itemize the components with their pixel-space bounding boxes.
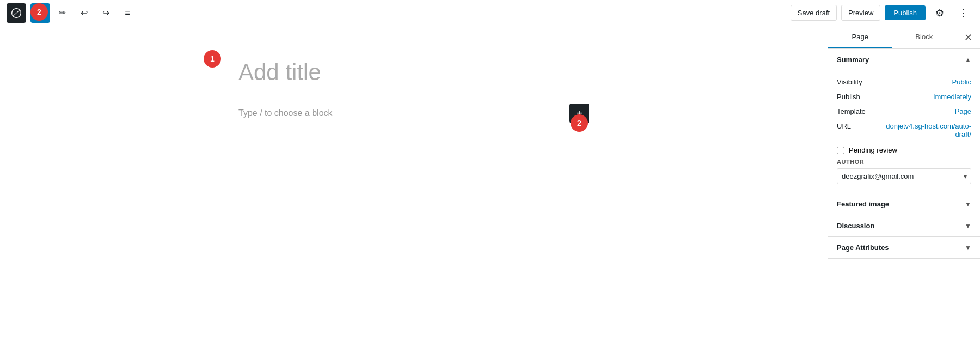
summary-section-label: Summary <box>837 56 869 64</box>
publish-button[interactable]: Publish <box>885 5 926 20</box>
more-options-button[interactable]: ⋮ <box>954 3 973 23</box>
redo-icon: ↪ <box>102 8 109 18</box>
featured-image-section: Featured image ▼ <box>828 193 980 215</box>
main-area: 1 Type / to choose a block + 2 <box>0 26 980 353</box>
discussion-chevron-icon: ▼ <box>965 222 971 230</box>
publish-row: Publish Immediately <box>837 89 971 104</box>
editor-badge-1: 1 <box>204 50 221 68</box>
featured-image-header[interactable]: Featured image ▼ <box>828 193 980 215</box>
sidebar: Page Block ✕ Summary ▲ Visibility Public <box>828 26 980 353</box>
save-draft-button[interactable]: Save draft <box>791 5 837 21</box>
preview-button[interactable]: Preview <box>841 5 880 21</box>
block-badge-2: 2 <box>571 114 588 132</box>
summary-section-header[interactable]: Summary ▲ <box>828 49 980 70</box>
pending-review-row: Pending review <box>837 142 971 159</box>
template-label: Template <box>837 107 866 115</box>
more-icon: ⋮ <box>959 7 969 19</box>
settings-icon: ⚙ <box>935 7 944 19</box>
toolbar: 2 + ✏ ↩ ↪ ≡ Save draft Preview Publish ⚙… <box>0 0 980 26</box>
author-section: AUTHOR deezgrafix@gmail.com <box>837 159 971 184</box>
edit-button[interactable]: ✏ <box>52 3 72 23</box>
author-section-label: AUTHOR <box>837 159 971 165</box>
visibility-row: Visibility Public <box>837 75 971 89</box>
discussion-section: Discussion ▼ <box>828 215 980 237</box>
undo-icon: ↩ <box>81 8 88 18</box>
page-title-input[interactable] <box>238 59 589 86</box>
url-value[interactable]: donjetv4.sg-host.com/auto-draft/ <box>884 122 971 138</box>
pending-review-checkbox[interactable] <box>837 147 844 154</box>
editor-content: 1 Type / to choose a block + 2 <box>212 59 615 123</box>
close-icon: ✕ <box>964 32 972 44</box>
block-area: Type / to choose a block + 2 <box>238 104 589 123</box>
summary-section-body: Visibility Public Publish Immediately Te… <box>828 70 980 193</box>
url-label: URL <box>837 122 851 130</box>
redo-button[interactable]: ↪ <box>96 3 115 23</box>
template-value[interactable]: Page <box>955 107 971 115</box>
editor-area: 1 Type / to choose a block + 2 <box>0 26 828 353</box>
url-row: URL donjetv4.sg-host.com/auto-draft/ <box>837 119 971 142</box>
page-attributes-header[interactable]: Page Attributes ▼ <box>828 237 980 258</box>
discussion-header[interactable]: Discussion ▼ <box>828 215 980 236</box>
publish-value[interactable]: Immediately <box>933 93 971 101</box>
page-attributes-section: Page Attributes ▼ <box>828 237 980 259</box>
tools-button[interactable]: ≡ <box>118 3 137 23</box>
tab-block[interactable]: Block <box>892 26 957 48</box>
discussion-label: Discussion <box>837 222 874 230</box>
author-select-wrapper: deezgrafix@gmail.com <box>837 168 971 184</box>
wp-logo[interactable] <box>7 3 26 23</box>
undo-button[interactable]: ↩ <box>74 3 94 23</box>
block-placeholder: Type / to choose a block <box>238 108 563 118</box>
settings-button[interactable]: ⚙ <box>930 3 950 23</box>
page-attributes-label: Page Attributes <box>837 244 889 252</box>
pending-review-label: Pending review <box>849 146 897 154</box>
template-row: Template Page <box>837 104 971 119</box>
featured-image-label: Featured image <box>837 200 889 208</box>
featured-image-chevron-icon: ▼ <box>965 200 971 208</box>
summary-section: Summary ▲ Visibility Public Publish Imme… <box>828 49 980 193</box>
tab-page[interactable]: Page <box>828 26 892 48</box>
tools-icon: ≡ <box>125 8 130 18</box>
page-attributes-chevron-icon: ▼ <box>965 244 971 252</box>
wp-logo-icon <box>11 8 22 19</box>
toolbar-right: Save draft Preview Publish ⚙ ⋮ <box>791 3 973 23</box>
toolbar-left: 2 + ✏ ↩ ↪ ≡ <box>7 3 788 23</box>
author-select[interactable]: deezgrafix@gmail.com <box>837 168 971 184</box>
edit-icon: ✏ <box>59 8 66 18</box>
summary-chevron-icon: ▲ <box>965 56 971 64</box>
visibility-value[interactable]: Public <box>952 78 971 86</box>
toolbar-badge-2: 2 <box>30 3 48 21</box>
publish-label: Publish <box>837 93 860 101</box>
sidebar-tabs: Page Block ✕ <box>828 26 980 49</box>
visibility-label: Visibility <box>837 78 862 86</box>
sidebar-close-button[interactable]: ✕ <box>958 28 978 47</box>
